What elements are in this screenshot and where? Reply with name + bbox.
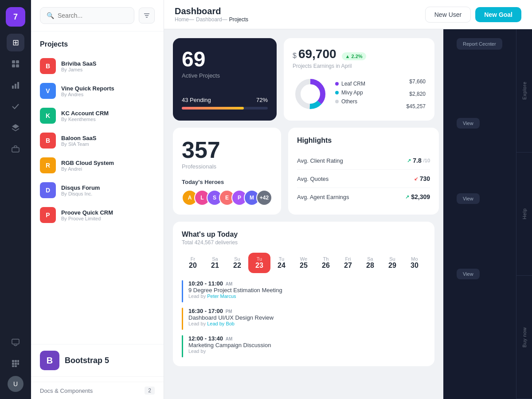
tab-buy-now-label: Buy now — [522, 327, 527, 348]
svg-rect-15 — [17, 363, 19, 365]
legend-dot-mivy — [335, 91, 339, 94]
sidebar-icon-message[interactable] — [7, 333, 24, 351]
day-item[interactable]: Su 29 — [381, 253, 403, 273]
svg-rect-16 — [12, 365, 14, 367]
project-info: RGB Cloud System By Andrei — [61, 160, 155, 172]
sidebar-icon-apps[interactable] — [7, 355, 24, 372]
search-box[interactable]: 🔍 — [40, 7, 134, 24]
legend-item-mivy: Mivy App — [335, 90, 365, 96]
sidebar-icon-dashboard[interactable] — [7, 55, 24, 73]
heroes-label: Today's Heroes — [182, 179, 272, 185]
legend: Leaf CRM Mivy App Others — [335, 81, 365, 107]
earnings-amount: 69,700 — [298, 47, 336, 61]
sidebar-icon-grid[interactable]: ⊞ — [7, 34, 24, 51]
tab-help[interactable]: Help — [516, 153, 532, 276]
breadcrumb-nav: Home— Dashboard— Projects — [175, 16, 248, 23]
project-info: Disqus Forum By Disqus Inc. — [61, 184, 155, 196]
project-info: KC Account CRM By Keenthemes — [61, 110, 155, 122]
breadcrumb-dashboard[interactable]: Dashboard— — [196, 16, 227, 23]
project-icon: V — [40, 83, 56, 99]
docs-count: 2 — [145, 387, 155, 395]
event-time: 10:20 - 11:00 AM — [188, 280, 426, 287]
project-item[interactable]: K KC Account CRM By Keenthemes — [36, 103, 158, 128]
tab-explore-label: Explore — [522, 82, 527, 100]
bootstrap-logo: B — [40, 351, 59, 370]
event-name: Marketing Campaign Discussion — [188, 342, 426, 348]
event-line — [182, 280, 183, 302]
project-item[interactable]: P Proove Quick CRM By Proove Limited — [36, 203, 158, 227]
sidebar-user-avatar[interactable]: U — [8, 376, 23, 392]
prof-label: Professionals — [182, 163, 272, 170]
whats-up-title: What's up Today — [182, 231, 238, 239]
event-lead-link[interactable]: Peter Marcus — [207, 293, 236, 299]
search-input[interactable] — [58, 12, 128, 19]
sidebar-icon-check[interactable] — [7, 98, 24, 115]
breadcrumb-projects[interactable]: Projects — [229, 16, 248, 23]
highlight-value: ↗ 7.8/10 — [407, 157, 430, 164]
highlight-value: ↙ 730 — [414, 175, 430, 182]
event-item: 16:30 - 17:00 PM Dashboard UI/UX Design … — [182, 308, 426, 330]
day-item[interactable]: Sa 28 — [359, 253, 381, 273]
sidebar-icon-briefcase[interactable] — [7, 140, 24, 158]
highlight-label: Avg. Client Rating — [297, 157, 343, 164]
event-lead-link[interactable]: Lead by Bob — [207, 321, 235, 326]
earnings-card: $ 69,700 ▲ 2.2% Projects Earnings in Apr… — [284, 38, 434, 121]
project-by: By Proove Limited — [61, 216, 155, 221]
project-by: By SIA Team — [61, 141, 155, 147]
new-goal-button[interactable]: New Goal — [475, 7, 521, 22]
topbar: Dashboard Home— Dashboard— Projects New … — [164, 0, 532, 29]
day-item[interactable]: Tu 23 — [248, 253, 270, 273]
sidebar-icon-layers[interactable] — [7, 119, 24, 137]
day-name: Su — [389, 256, 395, 262]
right-dark-panel: Report Cecnter View View View Explore He… — [443, 29, 532, 399]
project-list: B Briviba SaaS By James V Vine Quick Rep… — [31, 54, 164, 382]
project-item[interactable]: B Briviba SaaS By James — [36, 54, 158, 78]
project-name: Disqus Forum — [61, 184, 155, 191]
day-name: Fri — [345, 256, 351, 262]
day-item[interactable]: Fri 27 — [337, 253, 359, 273]
docs-row[interactable]: Docs & Components 2 — [31, 382, 164, 399]
project-by: By Disqus Inc. — [61, 191, 155, 196]
day-number: 29 — [388, 262, 396, 270]
view-button-2[interactable]: View — [457, 193, 480, 204]
day-item[interactable]: We 25 — [293, 253, 315, 273]
report-center-button[interactable]: Report Cecnter — [457, 38, 502, 50]
highlight-row: Avg. Quotes ↙ 730 — [297, 170, 430, 188]
project-item[interactable]: B Baloon SaaS By SIA Team — [36, 128, 158, 153]
active-projects-card: 69 Active Projects 43 Pending 72% — [173, 38, 277, 121]
view-button-1[interactable]: View — [457, 118, 480, 129]
day-item[interactable]: Mo 30 — [403, 253, 426, 273]
project-info: Vine Quick Reports By Andres — [61, 85, 155, 97]
event-line — [182, 308, 183, 330]
day-item[interactable]: Su 22 — [226, 253, 248, 273]
highlight-row: Avg. Client Rating ↗ 7.8/10 — [297, 152, 430, 170]
day-number: 23 — [255, 262, 263, 270]
day-number: 20 — [189, 262, 197, 270]
currency-symbol: $ — [293, 52, 297, 60]
filter-button[interactable] — [139, 8, 155, 23]
view-button-3[interactable]: View — [457, 269, 480, 279]
sidebar-avatar[interactable]: 7 — [6, 7, 25, 27]
day-number: 25 — [300, 262, 308, 270]
breadcrumb-home[interactable]: Home— — [175, 16, 194, 23]
project-name: KC Account CRM — [61, 110, 155, 117]
day-item[interactable]: Th 26 — [315, 253, 337, 273]
day-name: Tu — [279, 256, 284, 262]
project-item[interactable]: R RGB Cloud System By Andrei — [36, 153, 158, 178]
day-item[interactable]: Tu 24 — [270, 253, 293, 273]
vertical-tabs: Explore Help Buy now — [516, 29, 532, 399]
tab-explore[interactable]: Explore — [516, 29, 532, 153]
day-item[interactable]: Fr 20 — [182, 253, 204, 273]
day-item[interactable]: Sa 21 — [204, 253, 226, 273]
event-time: 12:00 - 13:40 AM — [188, 335, 426, 342]
tab-buy-now[interactable]: Buy now — [516, 276, 532, 399]
event-content: 12:00 - 13:40 AM Marketing Campaign Disc… — [188, 335, 426, 354]
view-btn-3: View — [457, 269, 480, 279]
new-user-button[interactable]: New User — [425, 7, 471, 23]
project-item[interactable]: D Disqus Forum By Disqus Inc. — [36, 178, 158, 203]
event-ampm: AM — [226, 336, 233, 341]
sidebar-icon-chart[interactable] — [7, 76, 24, 94]
project-item[interactable]: V Vine Quick Reports By Andres — [36, 78, 158, 103]
svg-marker-7 — [12, 124, 19, 129]
day-name: Mo — [411, 256, 418, 262]
